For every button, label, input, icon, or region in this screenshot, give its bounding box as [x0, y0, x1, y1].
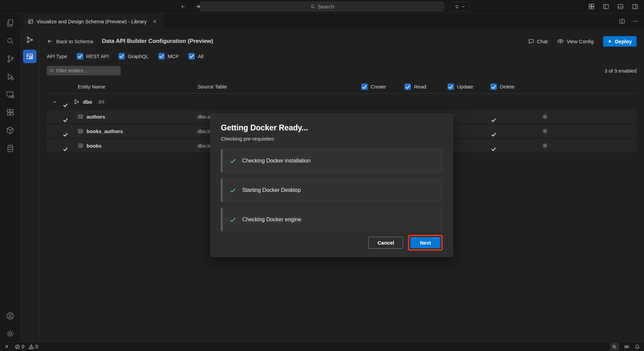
extensions-icon[interactable] [5, 108, 15, 117]
chat-icon [528, 38, 534, 45]
api-option-graphql: GraphQL [118, 53, 149, 59]
history-nav [179, 2, 202, 11]
filter-row: 3 of 3 enabled [47, 66, 637, 75]
rest-api-checkbox[interactable] [77, 53, 83, 59]
step-label: Checking Docker engine [242, 217, 301, 223]
col-update: Update [447, 83, 490, 90]
account-icon[interactable] [5, 311, 15, 321]
step-label: Starting Docker Desktop [242, 187, 301, 193]
schema-group-row: dbo 3/3 [47, 94, 637, 110]
schema-diagram-icon[interactable] [24, 34, 36, 46]
chat-label: Chat [537, 39, 548, 44]
run-debug-icon[interactable] [5, 72, 15, 81]
table-icon [78, 143, 83, 148]
problems-indicator[interactable]: 0 0 [15, 344, 38, 349]
view-config-button[interactable]: View Config [557, 38, 594, 45]
back-arrow-icon[interactable] [179, 2, 187, 11]
session-picker-button[interactable] [450, 2, 469, 11]
search-icon [310, 4, 315, 9]
prerequisite-steps: Checking Docker installation Starting Do… [221, 149, 443, 231]
command-search[interactable]: Search [200, 2, 444, 11]
remote-window-icon[interactable] [5, 90, 15, 99]
group-count: 3/3 [98, 99, 105, 104]
explorer-icon[interactable] [5, 18, 15, 28]
docker-ready-dialog: Getting Docker Ready... Checking pre-req… [210, 114, 453, 257]
graphql-label: GraphQL [128, 53, 149, 59]
row-settings-gear-icon[interactable] [535, 143, 555, 149]
settings-gear-icon[interactable] [5, 329, 15, 339]
dialog-subtitle: Checking pre-requisites [221, 136, 443, 142]
table-header: Entity Name Source Table Create Read [47, 80, 637, 94]
back-label: Back to Schema [56, 39, 93, 44]
notifications-bell-icon[interactable] [635, 344, 640, 349]
toggle-secondary-sidebar-icon[interactable] [630, 2, 639, 11]
tab-label: Visualize and Design Schema (Preview) - … [37, 19, 147, 24]
toggle-sidebar-icon[interactable] [601, 2, 610, 11]
chevron-down-icon [461, 5, 465, 8]
more-actions-icon[interactable] [631, 17, 640, 26]
tab-bar: Visualize and Design Schema (Preview) - … [21, 14, 644, 29]
copilot-icon[interactable] [624, 344, 629, 350]
containers-icon[interactable] [5, 126, 15, 135]
filter-entities-input[interactable] [56, 68, 118, 73]
deploy-button[interactable]: Deploy [603, 36, 637, 47]
designer-tool-strip [21, 29, 39, 342]
source-control-icon[interactable] [5, 54, 15, 64]
view-config-icon [557, 38, 564, 45]
error-count: 0 [22, 344, 24, 349]
back-to-schema-link[interactable]: Back to Schema [47, 38, 93, 44]
create-label: Create [371, 84, 386, 90]
view-config-label: View Config [567, 39, 594, 44]
enabled-count: 3 of 3 enabled [604, 68, 637, 74]
col-read: Read [405, 83, 447, 90]
page-title: Data API Builder Configuration (Preview) [102, 38, 213, 45]
step-label: Checking Docker installation [242, 158, 310, 164]
search-view-icon[interactable] [5, 36, 15, 46]
entity-name: books_authors [87, 128, 123, 134]
read-all-checkbox[interactable] [405, 83, 411, 90]
play-icon [608, 39, 612, 44]
col-create: Create [361, 83, 405, 90]
warnings-icon [29, 344, 34, 349]
database-icon[interactable] [5, 144, 15, 153]
all-checkbox[interactable] [188, 53, 195, 59]
schema-designer-icon [28, 19, 33, 24]
delete-all-checkbox[interactable] [490, 83, 497, 90]
dialog-buttons: Cancel Next [221, 235, 443, 251]
update-all-checkbox[interactable] [447, 83, 454, 90]
api-option-all: All [188, 53, 204, 59]
deploy-label: Deploy [615, 39, 632, 44]
mcp-checkbox[interactable] [158, 53, 165, 59]
warning-count: 0 [36, 344, 38, 349]
api-option-rest: REST API [77, 53, 109, 59]
read-label: Read [414, 84, 426, 90]
table-icon [78, 114, 83, 119]
entity-name: books [87, 143, 101, 149]
title-bar: Search [0, 0, 644, 14]
row-settings-gear-icon[interactable] [535, 128, 555, 134]
chevron-down-icon[interactable] [47, 99, 62, 104]
annotation-highlight-box: Next [408, 235, 443, 251]
entity-name: authors [87, 114, 105, 120]
toggle-panel-icon[interactable] [616, 2, 625, 11]
check-icon [229, 157, 236, 165]
search-label: Search [318, 4, 334, 9]
schema-icon [74, 99, 79, 105]
create-all-checkbox[interactable] [361, 83, 368, 90]
dab-config-tool-icon[interactable] [23, 50, 37, 63]
customize-layout-icon[interactable] [587, 2, 596, 11]
check-icon [229, 216, 236, 223]
header-actions: Chat View Config Deploy [528, 36, 637, 47]
zoom-indicator-icon[interactable] [610, 343, 619, 350]
tab-schema-designer[interactable]: Visualize and Design Schema (Preview) - … [23, 14, 163, 29]
graphql-checkbox[interactable] [118, 53, 125, 59]
layout-controls [587, 2, 639, 11]
remote-indicator[interactable] [4, 344, 9, 349]
chat-button[interactable]: Chat [528, 38, 548, 45]
next-button[interactable]: Next [410, 237, 440, 248]
dialog-title: Getting Docker Ready... [221, 123, 443, 132]
row-settings-gear-icon[interactable] [535, 114, 555, 120]
tab-close-icon[interactable] [151, 18, 159, 25]
split-editor-icon[interactable] [618, 17, 626, 26]
cancel-button[interactable]: Cancel [368, 237, 403, 249]
